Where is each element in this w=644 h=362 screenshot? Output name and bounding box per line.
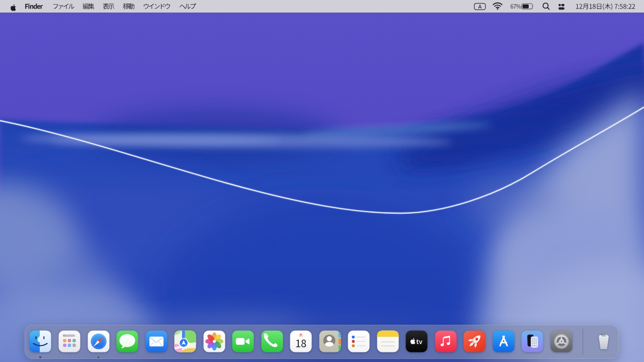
wifi-icon (493, 2, 503, 10)
dock-item-phone[interactable]: Phone (261, 330, 283, 352)
spotlight-button[interactable] (542, 2, 550, 11)
dock-item-mail[interactable]: Mail (145, 330, 168, 352)
dock-item-facetime[interactable]: FaceTime (232, 330, 254, 352)
dock-item-launchpad[interactable]: Launchpad (58, 330, 80, 352)
clock-label (574, 0, 637, 13)
clock[interactable]: 12月18日(木) 7:58:22 (574, 0, 637, 13)
battery-icon (510, 2, 535, 11)
menu-file[interactable]: ファイル (49, 0, 76, 13)
wallpaper (0, 0, 644, 362)
dock-item-finder[interactable]: Finder (29, 330, 51, 352)
dock-item-reminders[interactable]: Reminders (348, 330, 370, 352)
control-center-icon (558, 4, 565, 10)
iphone-icon (521, 330, 543, 352)
launchpad-icon (58, 330, 80, 352)
menu-window-label (140, 0, 173, 13)
dock-item-iphone[interactable]: iPhone Mirroring (521, 330, 543, 352)
dock-item-calendar[interactable]: Calendar (290, 330, 312, 352)
running-indicator (98, 356, 100, 358)
dock: Finder Launchpad Safari Messages Mail Ma… (25, 325, 619, 359)
input-source-indicator[interactable]: A (474, 3, 486, 10)
messages-icon (116, 330, 138, 352)
dock-item-trash[interactable]: Trash (593, 330, 615, 352)
mail-icon (145, 330, 168, 352)
dock-item-contacts[interactable]: Contacts (319, 330, 341, 352)
menu-bar: Finder ファイル 編集 表示 移動 ウインドウ ヘルプ A 67% (0, 0, 644, 13)
dock-item-tv[interactable]: TV (406, 330, 428, 352)
phone-icon (261, 330, 283, 352)
menu-window[interactable]: ウインドウ (140, 0, 173, 13)
app-menu-finder[interactable]: Finder (22, 0, 46, 13)
menu-view[interactable]: 表示 (100, 0, 117, 13)
music-icon (435, 330, 457, 352)
appstore-icon (493, 330, 515, 352)
safari-icon (88, 330, 110, 352)
finder-icon (29, 330, 51, 352)
menu-edit[interactable]: 編集 (79, 0, 97, 13)
tv-icon (406, 330, 428, 352)
notes-icon (377, 330, 399, 352)
wifi-menu[interactable] (493, 2, 503, 11)
calendar-icon (290, 330, 312, 352)
dock-item-messages[interactable]: Messages (116, 330, 138, 352)
menu-edit-label (79, 0, 97, 13)
menu-view-label (100, 0, 117, 13)
input-source-icon (474, 3, 486, 10)
dock-item-settings[interactable]: System Settings (550, 330, 573, 352)
desktop: Finder ファイル 編集 表示 移動 ウインドウ ヘルプ A 67% (0, 0, 644, 362)
apple-icon (9, 4, 16, 12)
settings-icon (550, 330, 573, 352)
battery-indicator[interactable]: 67% (510, 2, 535, 11)
maps-icon (174, 330, 196, 352)
trash-icon (593, 330, 615, 352)
control-center-button[interactable] (558, 3, 565, 10)
facetime-icon (232, 330, 254, 352)
dock-separator (583, 329, 583, 355)
menu-go[interactable]: 移動 (120, 0, 137, 13)
rocket-icon (463, 330, 486, 352)
dock-item-notes[interactable]: Notes (377, 330, 399, 352)
menu-help-label (176, 0, 198, 13)
app-menu-label (22, 0, 46, 13)
dock-item-maps[interactable]: Maps (174, 330, 196, 352)
menu-go-label (120, 0, 137, 13)
apple-menu[interactable] (7, 0, 18, 13)
menu-file-label (49, 0, 76, 13)
contacts-icon (319, 330, 341, 352)
dock-item-music[interactable]: Music (435, 330, 457, 352)
dock-item-rocket[interactable]: Rocket (463, 330, 486, 352)
reminders-icon (348, 330, 370, 352)
photos-icon (203, 330, 225, 352)
running-indicator (39, 356, 41, 358)
search-icon (542, 2, 550, 11)
menu-help[interactable]: ヘルプ (176, 0, 198, 13)
dock-item-photos[interactable]: Photos (203, 330, 225, 352)
dock-item-appstore[interactable]: App Store (493, 330, 515, 352)
dock-item-safari[interactable]: Safari (88, 330, 110, 352)
